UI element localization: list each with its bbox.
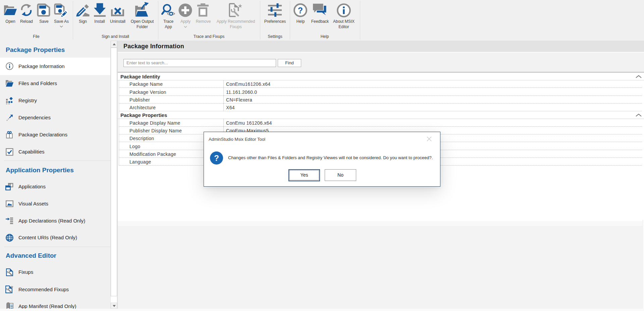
svg-text:?: ?	[298, 6, 303, 15]
svg-text:?: ?	[214, 153, 219, 163]
